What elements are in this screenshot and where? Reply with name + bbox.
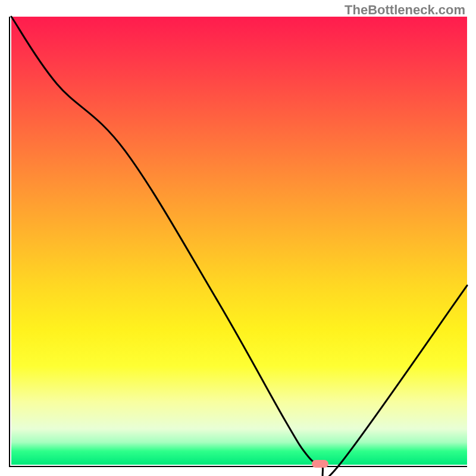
bottleneck-curve xyxy=(11,17,467,465)
curve-path xyxy=(11,17,467,476)
watermark-text: TheBottleneck.com xyxy=(345,2,465,18)
plot-area xyxy=(9,17,467,467)
optimum-marker xyxy=(312,460,328,468)
chart-container: TheBottleneck.com xyxy=(0,0,476,476)
